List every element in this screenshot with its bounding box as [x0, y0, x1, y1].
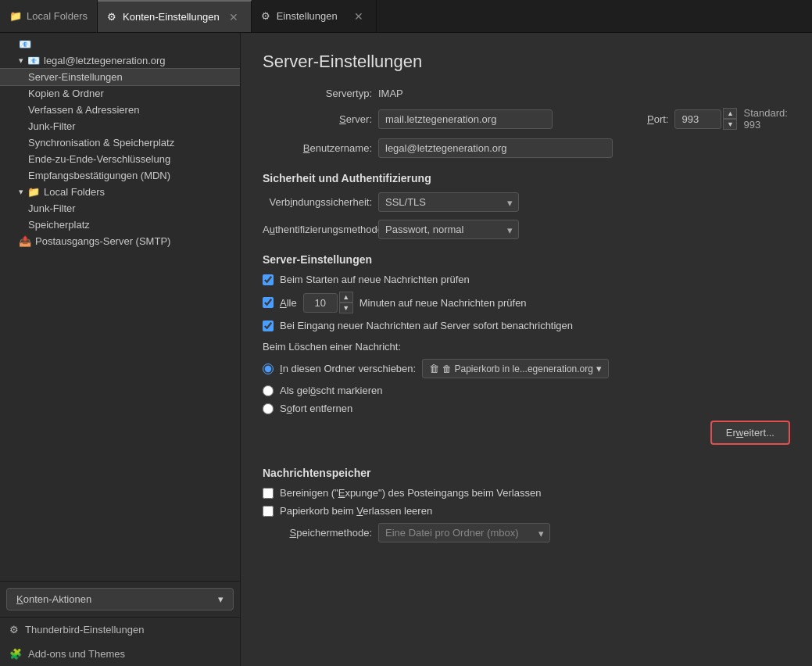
alle-wrapper: ▲ ▼: [303, 292, 353, 313]
check3-row: Bei Eingang neuer Nachrichten auf Server…: [263, 320, 790, 331]
sidebar-item-empfang[interactable]: Empfangsbestätigungen (MDN): [0, 167, 240, 184]
junk2-label: Junk-Filter: [28, 202, 76, 214]
bereinigen-row: Bereinigen ("Expunge") des Posteingangs …: [263, 487, 790, 499]
sidebar-item-server[interactable]: Server-Einstellungen: [0, 69, 240, 85]
sidebar-item-addons[interactable]: 🧩 Add-ons und Themes: [0, 642, 240, 666]
check1-label: Beim Starten auf neue Nachrichten prüfen: [280, 274, 470, 285]
thunderbird-icon: ⚙: [9, 624, 19, 636]
alle-spin-down[interactable]: ▼: [339, 303, 353, 313]
sidebar-item-junk2[interactable]: Junk-Filter: [0, 200, 240, 217]
tab1-icon: ⚙: [107, 11, 116, 23]
bereinigen-checkbox[interactable]: [263, 488, 274, 499]
sidebar-item-account[interactable]: ▾ 📧 legal@letztegeneration.org: [0, 52, 240, 69]
servertyp-value: IMAP: [378, 88, 403, 99]
speicher-row: Speichermethode: Eine Datei pro Ordner (…: [263, 523, 790, 542]
radio3-input[interactable]: [263, 403, 274, 414]
ende-label: Ende-zu-Ende-Verschlüsselung: [28, 153, 170, 165]
localfolders-label: Local Folders: [44, 186, 105, 198]
folder-icon: 📁: [9, 10, 22, 22]
port-wrapper: ▲ ▼: [674, 108, 737, 130]
trash-label: 🗑 Papierkorb in le...egeneration.org: [442, 363, 593, 374]
erweitert-button[interactable]: Erweitert...: [710, 421, 790, 445]
trash-dropdown[interactable]: 🗑 🗑 Papierkorb in le...egeneration.org ▾: [422, 359, 609, 378]
alle-spinner: ▲ ▼: [339, 292, 353, 313]
server-input[interactable]: [378, 109, 553, 129]
sidebar-item-kopien[interactable]: Kopien & Ordner: [0, 85, 240, 102]
port-spin-up[interactable]: ▲: [723, 108, 737, 119]
radio3-row: Sofort entfernen: [263, 403, 790, 414]
port-input[interactable]: [674, 109, 721, 129]
tab-bar: 📁 Local Folders ⚙ Konten-Einstellungen ✕…: [0, 0, 812, 33]
check2-checkbox[interactable]: [263, 297, 274, 308]
account-email-icon: 📧: [27, 55, 40, 66]
verbindung-select[interactable]: SSL/TLS: [378, 192, 519, 212]
speicher-method-label: Speichermethode:: [263, 527, 372, 539]
servertyp-row: Servertyp: IMAP: [263, 88, 790, 99]
radio1-input[interactable]: [263, 363, 274, 374]
tab1-close[interactable]: ✕: [226, 9, 241, 25]
alle-input[interactable]: [303, 293, 338, 313]
sidebar-item-ende[interactable]: Ende-zu-Ende-Verschlüsselung: [0, 151, 240, 167]
kopien-label: Kopien & Ordner: [28, 88, 104, 99]
auth-label: Authentifizierungsmethode:: [263, 224, 372, 235]
papierkorb-row: Papierkorb beim Verlassen leeren: [263, 505, 790, 517]
sidebar-item-sync[interactable]: Synchronisation & Speicherplatz: [0, 134, 240, 151]
verbindung-select-wrapper: SSL/TLS: [378, 192, 519, 212]
speicher-select[interactable]: Eine Datei pro Ordner (mbox): [378, 523, 550, 542]
tab-konten-einstellungen[interactable]: ⚙ Konten-Einstellungen ✕: [98, 0, 252, 32]
speicher-label: Speicherplatz: [28, 219, 90, 231]
radio1-row: In diesen Ordner verschieben: 🗑 🗑 Papier…: [263, 359, 790, 378]
konten-chevron-icon: ▾: [218, 593, 224, 605]
sidebar-item-verfassen[interactable]: Verfassen & Adressieren: [0, 102, 240, 118]
tab-home-label: Local Folders: [27, 10, 88, 22]
server-row: Server: Port: ▲ ▼ Standard: 993: [263, 107, 790, 131]
main-layout: 📧 ▾ 📧 legal@letztegeneration.org Server-…: [0, 33, 812, 666]
empfang-label: Empfangsbestätigungen (MDN): [28, 170, 170, 181]
tab2-close[interactable]: ✕: [351, 9, 367, 24]
sidebar-footer: ⚙ Thunderbird-Einstellungen 🧩 Add-ons un…: [0, 617, 240, 666]
check1-checkbox[interactable]: [263, 274, 274, 285]
trash-chevron-icon: ▾: [596, 363, 602, 374]
port-spin-down[interactable]: ▼: [723, 119, 737, 130]
papierkorb-label: Papierkorb beim Verlassen leeren: [280, 505, 432, 517]
check3-label: Bei Eingang neuer Nachrichten auf Server…: [280, 320, 573, 331]
radio1-label: In diesen Ordner verschieben:: [280, 363, 416, 374]
check3-checkbox[interactable]: [263, 320, 274, 331]
check1-row: Beim Starten auf neue Nachrichten prüfen: [263, 274, 790, 285]
tab-home[interactable]: 📁 Local Folders: [0, 0, 98, 32]
tab-einstellungen[interactable]: ⚙ Einstellungen ✕: [252, 0, 377, 32]
sidebar-item-postausgang[interactable]: 📤 Postausgangs-Server (SMTP): [0, 233, 240, 249]
server-label: Server-Einstellungen: [28, 71, 123, 83]
benutzer-input[interactable]: [378, 138, 613, 158]
alle-spin-up[interactable]: ▲: [339, 292, 353, 303]
konten-aktionen-button[interactable]: Konten-Aktionen ▾: [6, 588, 234, 610]
servertyp-label: Servertyp:: [263, 88, 372, 99]
auth-select-wrapper: Passwort, normal: [378, 220, 519, 239]
radio2-input[interactable]: [263, 385, 274, 396]
tab2-icon: ⚙: [261, 10, 270, 22]
auth-select[interactable]: Passwort, normal: [378, 220, 519, 239]
postausgang-label: Postausgangs-Server (SMTP): [35, 235, 170, 247]
email-icon: 📧: [19, 38, 31, 50]
right-panel: Server-Einstellungen Servertyp: IMAP Ser…: [241, 33, 812, 666]
papierkorb-checkbox[interactable]: [263, 506, 274, 517]
radio2-row: Als gelöscht markieren: [263, 385, 790, 396]
server-label: Server:: [263, 113, 372, 125]
delete-label: Beim Löschen einer Nachricht:: [263, 341, 790, 353]
sidebar-content: 📧 ▾ 📧 legal@letztegeneration.org Server-…: [0, 33, 240, 581]
btn-row: Erweitert...: [263, 421, 790, 451]
erweitert-label: Erweitert...: [726, 427, 774, 439]
radio2-label: Als gelöscht markieren: [280, 385, 383, 396]
radio3-label: Sofort entfernen: [280, 403, 352, 414]
sidebar-item-email-root[interactable]: 📧: [0, 36, 240, 52]
sidebar-item-speicher[interactable]: Speicherplatz: [0, 217, 240, 233]
localfolders-expand-icon: ▾: [19, 187, 23, 197]
sidebar-item-localfolders[interactable]: ▾ 📁 Local Folders: [0, 184, 240, 200]
trash-icon: 🗑: [429, 363, 439, 374]
tab2-label: Einstellungen: [277, 10, 338, 22]
account-icon: ▾: [19, 56, 23, 66]
sidebar-item-junk[interactable]: Junk-Filter: [0, 118, 240, 134]
sidebar-item-thunderbird[interactable]: ⚙ Thunderbird-Einstellungen: [0, 618, 240, 642]
junk-label: Junk-Filter: [28, 120, 76, 132]
addons-icon: 🧩: [9, 648, 22, 660]
